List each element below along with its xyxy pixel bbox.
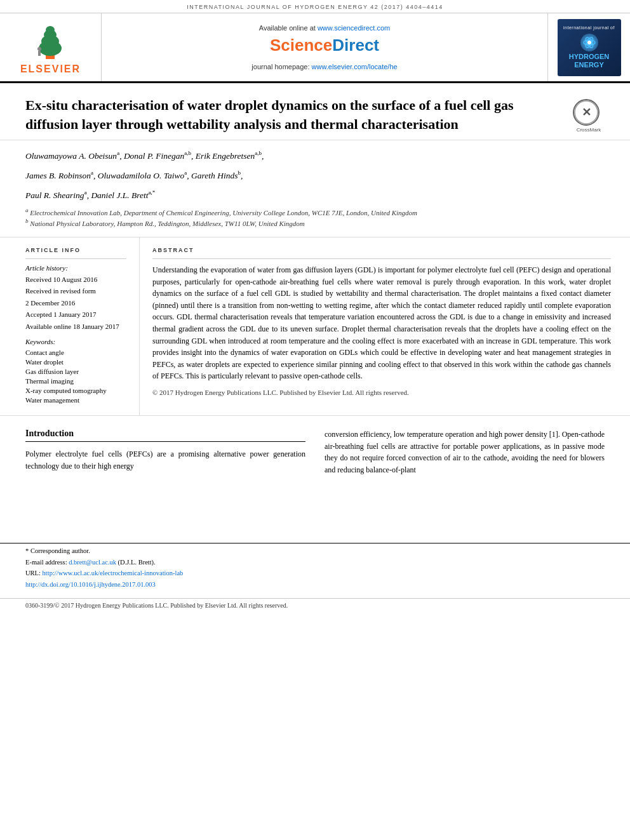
header-section: ELSEVIER Available online at www.science… (0, 13, 630, 83)
crossmark-label: CrossMark (573, 127, 605, 133)
crossmark-badge: ✕ CrossMark (573, 99, 605, 133)
journal-badge: international journal of HYDROGENENERGY (558, 19, 621, 76)
available-online: Available online at www.sciencedirect.co… (259, 24, 390, 32)
doi-footnote: http://dx.doi.org/10.1016/j.ijhydene.201… (25, 580, 605, 590)
authors-line-2: James B. Robinsona, Oluwadamilola O. Tai… (25, 168, 605, 183)
badge-title: international journal of (563, 25, 615, 30)
svg-text:✕: ✕ (582, 106, 591, 119)
header-right: international journal of HYDROGENENERGY (547, 13, 630, 81)
keywords-label: Keywords: (25, 338, 126, 345)
doi-link[interactable]: http://dx.doi.org/10.1016/j.ijhydene.201… (25, 581, 156, 588)
footer-text: 0360-3199/© 2017 Hydrogen Energy Publica… (25, 602, 288, 609)
title-section: Ex-situ characterisation of water drople… (0, 83, 630, 140)
sciencedirect-url[interactable]: www.sciencedirect.com (318, 24, 390, 32)
authors-line-1: Oluwamayowa A. Obeisuna, Donal P. Finega… (25, 148, 605, 164)
content-section: Article Info Article history: Received 1… (0, 237, 630, 416)
abstract-divider (152, 258, 611, 259)
affiliation-a: a Electrochemical Innovation Lab, Depart… (25, 207, 605, 217)
svg-point-4 (46, 26, 55, 34)
intro-right-text: conversion efficiency, low temperature o… (325, 429, 605, 476)
keyword-contact-angle: Contact angle (25, 349, 126, 356)
elsevier-text: ELSEVIER (20, 63, 81, 75)
introduction-title: Introduction (25, 429, 305, 442)
badge-circle (580, 34, 598, 51)
introduction-col: Introduction Polymer electrolyte fuel ce… (25, 429, 305, 530)
email-footnote: E-mail address: d.brett@ucl.ac.uk (D.J.L… (25, 558, 605, 568)
elsevier-tree-icon (22, 20, 79, 61)
intro-right-col: conversion efficiency, low temperature o… (325, 429, 605, 530)
top-bar: International Journal of Hydrogen Energy… (0, 0, 630, 13)
journal-homepage: journal homepage: www.elsevier.com/locat… (251, 63, 397, 70)
affiliation-b: b National Physical Laboratory, Hampton … (25, 218, 605, 227)
article-info-header: Article Info (25, 247, 126, 253)
keyword-xray: X-ray computed tomography (25, 387, 126, 394)
keyword-water-management: Water management (25, 396, 126, 404)
email-link[interactable]: d.brett@ucl.ac.uk (69, 559, 116, 566)
corresponding-author: * Corresponding author. (25, 547, 605, 556)
footnotes-section: * Corresponding author. E-mail address: … (0, 543, 630, 595)
header-left: ELSEVIER (0, 13, 102, 81)
header-center: Available online at www.sciencedirect.co… (102, 13, 547, 81)
footer-bar: 0360-3199/© 2017 Hydrogen Energy Publica… (0, 598, 630, 612)
history-accepted: Accepted 1 January 2017 (25, 310, 126, 319)
journal-homepage-url[interactable]: www.elsevier.com/locate/he (312, 63, 398, 70)
copyright-text: © 2017 Hydrogen Energy Publications LLC.… (152, 387, 611, 398)
authors-section: Oluwamayowa A. Obeisuna, Donal P. Finega… (0, 140, 630, 237)
crossmark-icon: ✕ (573, 99, 600, 126)
url-link[interactable]: http://www.ucl.ac.uk/electrochemical-inn… (43, 570, 184, 577)
svg-point-5 (37, 47, 41, 51)
history-revised-date: 2 December 2016 (25, 298, 126, 308)
url-footnote: URL: http://www.ucl.ac.uk/electrochemica… (25, 569, 605, 578)
crossmark-svg: ✕ (574, 100, 598, 124)
abstract-header: Abstract (152, 247, 611, 253)
abstract-text: Understanding the evaporation of water f… (152, 264, 611, 398)
main-title: Ex-situ characterisation of water drople… (25, 96, 573, 133)
bottom-section: Introduction Polymer electrolyte fuel ce… (0, 416, 630, 543)
keyword-water-droplet: Water droplet (25, 358, 126, 366)
introduction-text: Polymer electrolyte fuel cells (PEFCs) a… (25, 448, 305, 472)
sciencedirect-logo: ScienceDirect (270, 36, 379, 55)
svg-rect-6 (38, 51, 41, 56)
svg-point-7 (587, 41, 591, 44)
article-info: Article Info Article history: Received 1… (0, 237, 140, 415)
keyword-gdl: Gas diffusion layer (25, 368, 126, 375)
authors-line-3: Paul R. Shearinga, Daniel J.L. Bretta,* (25, 187, 605, 203)
author-obeisun: Oluwamayowa A. Obeisun (25, 151, 117, 161)
abstract-section: Abstract Understanding the evaporation o… (140, 237, 630, 415)
history-label: Article history: (25, 264, 126, 272)
badge-name: HYDROGENENERGY (569, 53, 610, 69)
elsevier-logo: ELSEVIER (20, 20, 81, 75)
journal-title: International Journal of Hydrogen Energy… (187, 4, 443, 10)
history-revised-label: Received in revised form (25, 286, 126, 296)
info-divider (25, 258, 126, 259)
badge-atom-icon (583, 36, 596, 49)
keyword-thermal-imaging: Thermal imaging (25, 377, 126, 385)
history-received: Received 10 August 2016 (25, 275, 126, 284)
history-online: Available online 18 January 2017 (25, 322, 126, 331)
